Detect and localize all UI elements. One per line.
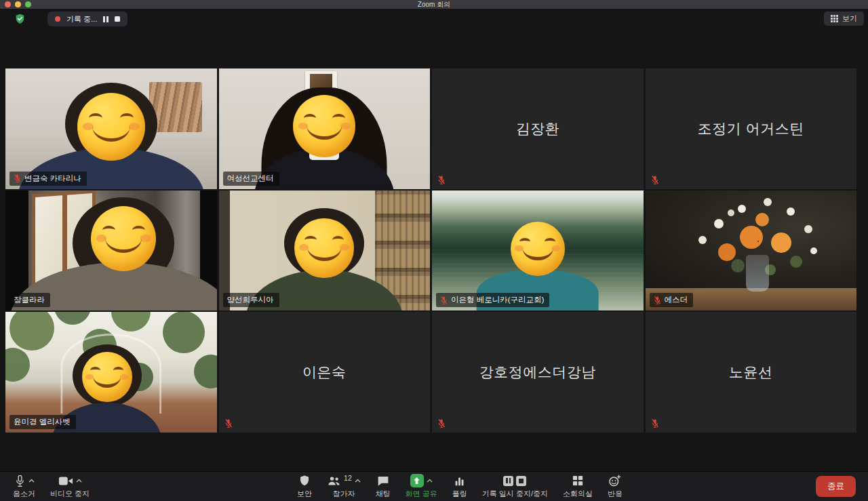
breakout-rooms-button[interactable]: 소회의실 xyxy=(555,472,600,501)
participant-tile[interactable]: 장클라라 xyxy=(5,191,217,311)
pause-recording-icon[interactable] xyxy=(503,476,513,486)
participant-tile[interactable]: 양선희루시아 xyxy=(219,191,431,311)
chat-button[interactable]: 채팅 xyxy=(368,472,398,501)
participant-name-label: 변금숙 카타리나 xyxy=(9,172,87,186)
muted-mic-icon xyxy=(440,296,448,305)
grid-view-icon xyxy=(831,15,838,22)
chevron-up-icon[interactable] xyxy=(427,479,433,483)
participant-tile[interactable]: 이은형 베로니카(구리교회) xyxy=(432,191,644,311)
participant-tile[interactable]: 이은숙 이은숙 xyxy=(219,312,431,433)
security-label: 보안 xyxy=(297,489,312,499)
breakout-rooms-icon xyxy=(572,475,583,486)
mute-button[interactable]: 음소거 xyxy=(5,472,43,501)
chevron-up-icon[interactable] xyxy=(355,479,361,483)
recording-label: 기록 중... xyxy=(66,14,97,24)
participant-name-label: 에스더 xyxy=(650,293,694,307)
end-meeting-button[interactable]: 종료 xyxy=(816,476,856,497)
share-screen-label: 화면 공유 xyxy=(406,489,437,499)
mute-label: 음소거 xyxy=(13,489,35,499)
bar-chart-icon xyxy=(454,475,465,487)
recording-indicator: 기록 중... xyxy=(47,12,127,26)
participant-name-centered: 노윤선 xyxy=(646,312,857,433)
participant-name-centered: 강호정에스더강남 xyxy=(432,312,644,433)
people-icon xyxy=(327,475,341,487)
meeting-control-strip: 기록 중... 보기 xyxy=(0,9,868,29)
chevron-up-icon[interactable] xyxy=(28,479,35,483)
pause-recording-button[interactable] xyxy=(103,16,108,22)
participant-name-text: 윤미경 엘리사벳 xyxy=(14,417,71,427)
record-label: 기록 일시 중지/중지 xyxy=(482,489,548,499)
stop-video-label: 비디오 중지 xyxy=(50,489,90,499)
meeting-toolbar: 음소거 비디오 중지 xyxy=(0,471,868,501)
muted-mic-icon xyxy=(654,296,661,305)
share-screen-icon xyxy=(410,474,424,487)
shield-check-icon[interactable] xyxy=(15,14,25,24)
breakout-label: 소회의실 xyxy=(563,489,593,499)
polls-button[interactable]: 폴링 xyxy=(445,472,475,501)
participant-name-text: 장클라라 xyxy=(14,295,45,305)
participant-name-text: 에스더 xyxy=(665,295,688,305)
video-grid: 변금숙 카타리나 xyxy=(5,68,856,433)
reactions-label: 반응 xyxy=(608,489,623,499)
reactions-button[interactable]: 반응 xyxy=(600,472,630,501)
participant-name-label: 양선희루시아 xyxy=(223,293,279,307)
participant-tile[interactable]: 변금숙 카타리나 xyxy=(5,68,217,189)
share-screen-button[interactable]: 화면 공유 xyxy=(398,472,445,501)
record-pause-stop-button[interactable]: 기록 일시 중지/중지 xyxy=(475,472,555,501)
view-button-label: 보기 xyxy=(842,14,857,24)
participant-count: 12 xyxy=(344,474,352,482)
participants-button[interactable]: 12 참가자 xyxy=(319,472,368,501)
minimize-window-button[interactable] xyxy=(15,1,21,7)
window-title: Zoom 회의 xyxy=(418,0,450,9)
participant-tile[interactable]: 조정기 어거스틴 조정기 어거스틴 xyxy=(646,68,857,189)
participant-tile[interactable]: 윤미경 엘리사벳 xyxy=(5,312,217,433)
video-camera-icon xyxy=(58,476,73,486)
reactions-smiley-icon xyxy=(608,475,621,487)
participant-name-text: 양선희루시아 xyxy=(227,295,274,305)
participant-name-label: 장클라라 xyxy=(9,293,50,307)
participant-name-text: 여성선교센터 xyxy=(227,174,274,184)
recording-dot-icon xyxy=(55,16,60,22)
participant-name-label: 여성선교센터 xyxy=(223,172,279,186)
traffic-lights xyxy=(5,1,31,7)
meeting-stage: 변금숙 카타리나 xyxy=(0,29,868,471)
polls-label: 폴링 xyxy=(452,489,467,499)
fullscreen-window-button[interactable] xyxy=(25,1,31,7)
participant-tile[interactable]: 김장환 김장환 xyxy=(432,68,644,189)
participant-name-centered: 이은숙 xyxy=(219,312,431,433)
muted-mic-icon xyxy=(14,174,21,183)
shield-icon xyxy=(299,475,310,487)
participant-name-centered: 김장환 xyxy=(432,68,644,189)
muted-mic-icon xyxy=(224,418,233,428)
muted-mic-icon xyxy=(437,175,446,185)
participant-tile[interactable]: 여성선교센터 xyxy=(219,68,431,189)
participant-tile[interactable]: 에스더 xyxy=(646,191,857,311)
participant-tile[interactable]: 강호정에스더강남 강호정에스더강남 xyxy=(432,312,644,433)
muted-mic-icon xyxy=(651,418,659,428)
participant-name-centered: 조정기 어거스틴 xyxy=(646,68,857,189)
participant-name-label: 이은형 베로니카(구리교회) xyxy=(436,293,549,307)
chat-bubble-icon xyxy=(377,475,389,487)
stop-recording-icon[interactable] xyxy=(516,476,526,486)
macos-titlebar: Zoom 회의 xyxy=(0,0,868,9)
muted-mic-icon xyxy=(437,418,446,428)
participant-tile[interactable]: 노윤선 노윤선 xyxy=(646,312,857,433)
participant-name-label: 윤미경 엘리사벳 xyxy=(9,415,76,429)
chevron-up-icon[interactable] xyxy=(76,479,82,483)
view-button[interactable]: 보기 xyxy=(824,12,864,26)
muted-mic-icon xyxy=(651,175,659,185)
stop-video-button[interactable]: 비디오 중지 xyxy=(43,472,97,501)
participant-name-text: 이은형 베로니카(구리교회) xyxy=(451,295,544,305)
stop-recording-button[interactable] xyxy=(115,16,121,22)
chat-label: 채팅 xyxy=(376,489,391,499)
microphone-icon xyxy=(14,475,26,487)
participant-name-text: 변금숙 카타리나 xyxy=(24,174,81,184)
close-window-button[interactable] xyxy=(5,1,11,7)
security-button[interactable]: 보안 xyxy=(290,472,319,501)
zoom-meeting-window: Zoom 회의 기록 중... 보기 xyxy=(0,0,868,501)
participants-label: 참가자 xyxy=(332,489,355,499)
